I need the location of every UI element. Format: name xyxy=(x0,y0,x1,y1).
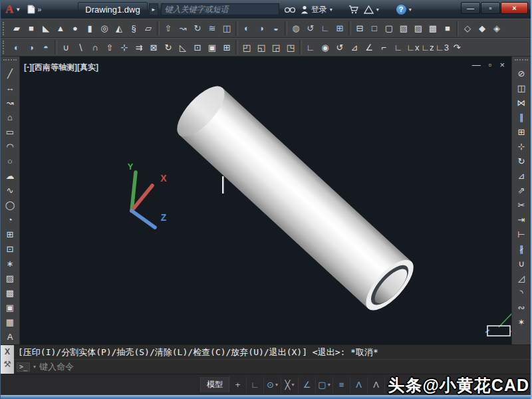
snap-mode-toggle[interactable]: + xyxy=(229,377,247,393)
a360-button[interactable]: ▾ xyxy=(364,5,379,14)
planar-surface-button[interactable]: ▱ xyxy=(141,21,156,37)
view-manager-button[interactable]: ⊟ xyxy=(352,21,367,37)
viewport-label[interactable]: [-][西南等轴测][真实] xyxy=(24,62,98,73)
point-button[interactable]: ∗ xyxy=(3,256,17,271)
line-button[interactable]: ╱ xyxy=(3,66,17,80)
vs-realistic-button[interactable]: ▨ xyxy=(411,21,426,37)
chamfer-button[interactable]: ◿ xyxy=(514,271,529,285)
a360-dropdown-icon[interactable]: ▾ xyxy=(376,7,379,13)
hide-objects-button[interactable]: ◆ xyxy=(475,21,489,37)
isometric-drafting-toggle[interactable]: ╳▾ xyxy=(281,377,299,393)
search-button[interactable] xyxy=(285,5,295,13)
insert-block-button[interactable]: ⊞ xyxy=(3,227,17,241)
create-block-button[interactable]: ⊡ xyxy=(3,241,17,256)
isolate-objects-button[interactable]: ◇ xyxy=(460,21,475,37)
ucs-button[interactable]: ∟ xyxy=(303,39,318,55)
network-surface-button[interactable]: ◫ xyxy=(219,21,234,37)
union-button[interactable]: ∪ xyxy=(59,39,73,55)
infocenter-search-input[interactable] xyxy=(161,3,279,15)
exchange-apps-button[interactable] xyxy=(348,5,358,14)
cone-button[interactable]: ▲ xyxy=(53,21,68,37)
workspace-switching-toggle[interactable]: Λ xyxy=(368,377,385,393)
ucs-object-button[interactable]: ∠ xyxy=(362,39,376,55)
extend-button[interactable]: ⇥ xyxy=(514,212,529,227)
free-orbit-button[interactable]: ◑ xyxy=(254,21,269,37)
ucs-z-button[interactable]: ∟z xyxy=(420,39,435,55)
arc-button[interactable]: ◠ xyxy=(3,139,17,154)
lineweight-toggle[interactable]: ≡ xyxy=(333,377,350,393)
toolbar-grip[interactable] xyxy=(3,22,7,35)
explode-button[interactable]: ✶ xyxy=(514,315,529,329)
revision-cloud-button[interactable]: ☁ xyxy=(3,168,17,183)
polyline-button[interactable]: ↝ xyxy=(3,95,17,110)
constrained-orbit-button[interactable]: ◐ xyxy=(239,21,254,37)
copy-button[interactable]: ◫ xyxy=(514,80,529,95)
ucs-previous-button[interactable]: ↺ xyxy=(332,39,347,55)
ucs-world-button[interactable]: ◉ xyxy=(318,39,332,55)
hatch-button[interactable]: ▨ xyxy=(3,271,17,285)
ucs-origin-button[interactable]: ∟ xyxy=(391,39,406,55)
ucs-apply-button[interactable]: ↷ xyxy=(450,39,464,55)
extrude-faces-button[interactable]: ⇧ xyxy=(102,39,117,55)
ellipse-arc-button[interactable]: ◔ xyxy=(3,212,17,227)
move-button[interactable]: ⊹ xyxy=(514,139,529,154)
ucs-face-button[interactable]: ⊿ xyxy=(347,39,362,55)
revolve-button[interactable]: ↻ xyxy=(190,21,205,37)
offset-faces-button[interactable]: ⇉ xyxy=(132,39,146,55)
viewport-close-button[interactable]: × xyxy=(499,60,505,70)
ucs-view-button[interactable]: ⌐ xyxy=(376,39,391,55)
object-snap-tracking-toggle[interactable]: ∠ xyxy=(299,377,316,393)
color-faces-button[interactable]: ▣ xyxy=(205,39,219,55)
erase-button[interactable]: ⊘ xyxy=(514,66,529,80)
object-snap-dropdown-icon[interactable]: ▾ xyxy=(328,382,331,388)
annotation-monitor-toggle[interactable]: Λ xyxy=(350,377,368,393)
object-snap-toggle[interactable]: ▢▾ xyxy=(316,377,333,393)
command-input[interactable] xyxy=(39,362,531,372)
subtract-button[interactable]: ∖ xyxy=(73,39,88,55)
close-button[interactable]: × xyxy=(501,2,528,14)
helix-button[interactable]: § xyxy=(126,21,141,37)
command-recent-dropdown-icon[interactable]: ▾ xyxy=(33,364,36,370)
spline-button[interactable]: ∿ xyxy=(3,183,17,198)
table-button[interactable]: ▦ xyxy=(3,315,17,329)
viewport-canvas[interactable]: Y X Z xyxy=(20,57,511,344)
minimize-button[interactable]: — xyxy=(461,2,480,14)
vs-hidden-button[interactable]: ▧ xyxy=(396,21,411,37)
toolbar-grip[interactable] xyxy=(515,59,528,64)
polar-tracking-dropdown-icon[interactable]: ▾ xyxy=(275,382,278,388)
toolbar-grip[interactable] xyxy=(3,41,7,54)
signin-dropdown-icon[interactable]: ▾ xyxy=(330,7,332,13)
fillet-button[interactable]: ◝ xyxy=(514,285,529,300)
imprint-button[interactable]: ⊞ xyxy=(219,39,234,55)
isometric-drafting-dropdown-icon[interactable]: ▾ xyxy=(291,382,294,388)
app-menu-button[interactable]: A ▼ xyxy=(2,1,24,17)
loft-button[interactable]: ≋ xyxy=(205,21,219,37)
viewport-restore-button[interactable]: ▫ xyxy=(489,60,492,70)
check-solid-button[interactable]: ◳ xyxy=(283,39,298,55)
section-plane-button[interactable]: ◐ xyxy=(9,39,24,55)
wrench-icon[interactable]: ⚒ xyxy=(3,360,11,368)
blend-curves-button[interactable]: ∾ xyxy=(514,300,529,315)
pyramid-button[interactable]: ◭ xyxy=(112,21,126,37)
trim-button[interactable]: ✂ xyxy=(514,198,529,212)
mtext-button[interactable]: A xyxy=(3,329,17,344)
viewport-minimize-button[interactable]: — xyxy=(472,60,481,70)
delete-faces-button[interactable]: ⊠ xyxy=(146,39,161,55)
taper-faces-button[interactable]: ◺ xyxy=(176,39,190,55)
copy-faces-button[interactable]: ⊡ xyxy=(190,39,205,55)
vs-2d-wireframe-button[interactable]: □ xyxy=(367,21,382,37)
toolbar-grip[interactable] xyxy=(3,59,17,64)
help-button[interactable]: ? ▾ xyxy=(396,5,412,15)
join-button[interactable]: ∪ xyxy=(514,256,529,271)
intersect-button[interactable]: ∩ xyxy=(88,39,102,55)
scale-button[interactable]: ⊿ xyxy=(514,168,529,183)
region-button[interactable]: ▣ xyxy=(3,300,17,315)
title-expand-button[interactable]: ▸ xyxy=(149,3,158,15)
help-dropdown-icon[interactable]: ▾ xyxy=(409,7,412,13)
construction-line-button[interactable]: ↔ xyxy=(3,80,17,95)
ucs-x-button[interactable]: ∟x xyxy=(406,39,420,55)
continuous-orbit-button[interactable]: ◒ xyxy=(269,21,283,37)
ortho-mode-toggle[interactable]: ∟ xyxy=(247,377,264,393)
clean-button[interactable]: ◲ xyxy=(269,39,283,55)
vs-conceptual-button[interactable]: ▩ xyxy=(426,21,440,37)
